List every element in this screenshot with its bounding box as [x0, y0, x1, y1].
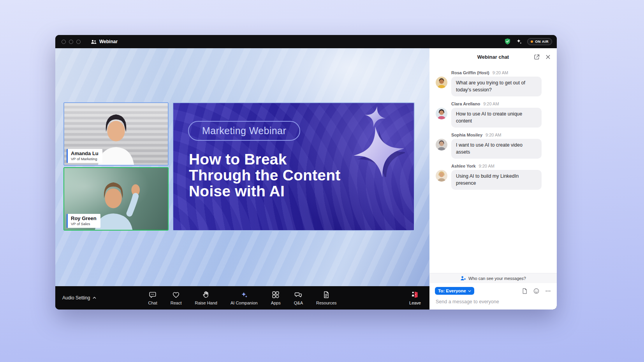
toolbar-item-label: AI Companion [231, 301, 258, 305]
slide-title-line: How to Break [189, 151, 340, 167]
nametag-roy: Roy Green VP of Sales [67, 214, 100, 228]
slide-title-line: Through the Content [189, 167, 340, 183]
message-time: 9:20 AM [479, 164, 494, 168]
popout-icon[interactable] [533, 54, 540, 60]
toolbar-item-label: Resources [316, 301, 337, 305]
slide-title-line: Noise with AI [189, 183, 340, 199]
window-zoom-button[interactable] [76, 40, 81, 44]
message-time: 9:20 AM [483, 101, 499, 106]
more-options-icon[interactable] [545, 288, 551, 294]
avatar [436, 139, 447, 150]
avatar [436, 77, 447, 88]
chat-header-title: Webinar chat [477, 54, 509, 60]
leave-button[interactable]: Leave [409, 290, 421, 305]
ai-companion-icon [240, 290, 248, 299]
message-bubble: What are you trying to get out of today'… [451, 77, 542, 96]
speaker-tile-amanda[interactable]: Amanda Lu VP of Marketing [63, 102, 169, 166]
toolbar-item-label: Q&A [294, 301, 303, 305]
leave-label: Leave [409, 301, 421, 305]
ai-sparkle-icon[interactable] [516, 38, 522, 45]
leave-door-icon [411, 290, 419, 299]
to-everyone-selector[interactable]: To: Everyone [435, 287, 474, 295]
resources-icon [322, 290, 331, 299]
toolbar-item-label: Raise Hand [195, 301, 217, 305]
qa-icon [294, 290, 303, 299]
video-stage: Amanda Lu VP of Marketing Ro [55, 48, 429, 286]
window-minimize-button[interactable] [69, 40, 73, 44]
chat-message-list[interactable]: Rosa Griffin (Host) 9:20 AM What are you… [429, 65, 557, 273]
message-author: Rosa Griffin (Host) [451, 70, 489, 75]
chat-message: Sophia Mosiley 9:20 AM I want to use AI … [436, 133, 551, 159]
toolbar-ai-companion-button[interactable]: AI Companion [231, 290, 258, 305]
privacy-person-icon [460, 276, 466, 281]
avatar [436, 170, 447, 182]
chat-panel: Webinar chat Rosa Griffin (Host) 9:20 A [429, 48, 557, 310]
emoji-icon[interactable] [533, 288, 540, 294]
message-time: 9:20 AM [486, 133, 501, 137]
chevron-down-icon [468, 290, 471, 292]
audio-setting-label: Audio Setting [62, 295, 90, 301]
chat-composer: To: Everyone [429, 283, 557, 310]
slide-title: How to Break Through the Content Noise w… [189, 151, 340, 199]
toolbar-item-label: React [171, 301, 182, 305]
toolbar-qa-button[interactable]: Q&A [294, 290, 303, 305]
message-author: Ashlee York [451, 164, 476, 168]
message-bubble: I want to use AI to create video assets [451, 139, 542, 159]
message-author: Sophia Mosiley [451, 133, 482, 137]
speaker-tile-roy[interactable]: Roy Green VP of Sales [63, 167, 169, 231]
chat-header: Webinar chat [429, 48, 557, 65]
sparkle-shape-big [350, 123, 408, 181]
toolbar-item-label: Apps [271, 301, 281, 305]
on-air-label: ON AIR [535, 40, 549, 44]
toolbar-raise-hand-button[interactable]: Raise Hand [195, 290, 217, 305]
toolbar-chat-button[interactable]: Chat [148, 290, 157, 305]
speaker-role: VP of Marketing [71, 157, 99, 161]
titlebar: Webinar ON AIR [55, 35, 557, 48]
message-bubble: Using AI to build my LinkedIn presence [451, 170, 542, 190]
meeting-toolbar: Audio Setting Chat [55, 286, 429, 310]
slide-badge: Marketing Webinar [188, 121, 300, 141]
chevron-up-icon [93, 297, 96, 299]
close-icon[interactable] [545, 54, 551, 60]
security-shield-icon[interactable] [504, 38, 511, 45]
audio-setting-button[interactable]: Audio Setting [62, 295, 96, 301]
speaker-name: Amanda Lu [71, 150, 99, 156]
shared-slide: Marketing Webinar How to Break Through t… [172, 102, 415, 231]
message-time: 9:20 AM [493, 70, 508, 75]
chat-icon [148, 290, 157, 299]
window-close-button[interactable] [62, 40, 66, 44]
to-everyone-label: To: Everyone [438, 289, 466, 293]
nametag-amanda: Amanda Lu VP of Marketing [67, 149, 102, 163]
chat-message: Ashlee York 9:20 AM Using AI to build my… [436, 164, 551, 190]
on-air-badge: ON AIR [527, 38, 552, 45]
window-title-group: Webinar [91, 39, 118, 44]
privacy-note-button[interactable]: Who can see your messages? [429, 273, 557, 283]
window-title: Webinar [99, 39, 118, 44]
apps-icon [271, 290, 280, 299]
heart-icon [172, 290, 180, 299]
privacy-note-label: Who can see your messages? [468, 276, 526, 281]
toolbar-resources-button[interactable]: Resources [316, 290, 337, 305]
avatar [436, 108, 447, 119]
attach-file-icon[interactable] [521, 288, 528, 294]
window-controls [62, 40, 81, 44]
raise-hand-icon [202, 290, 210, 299]
speaker-role: VP of Sales [71, 222, 97, 226]
message-bubble: How to use AI to create unique content [451, 108, 542, 128]
people-icon [91, 40, 97, 44]
toolbar-item-label: Chat [148, 301, 157, 305]
toolbar-apps-button[interactable]: Apps [271, 290, 281, 305]
chat-message: Rosa Griffin (Host) 9:20 AM What are you… [436, 70, 551, 96]
chat-message-input[interactable] [435, 295, 551, 304]
speaker-name: Roy Green [71, 215, 97, 221]
on-air-dot [531, 40, 533, 43]
message-author: Clara Arellano [451, 101, 480, 106]
toolbar-react-button[interactable]: React [171, 290, 182, 305]
webinar-window: Webinar ON AIR [55, 35, 557, 310]
chat-message: Clara Arellano 9:20 AM How to use AI to … [436, 101, 551, 128]
